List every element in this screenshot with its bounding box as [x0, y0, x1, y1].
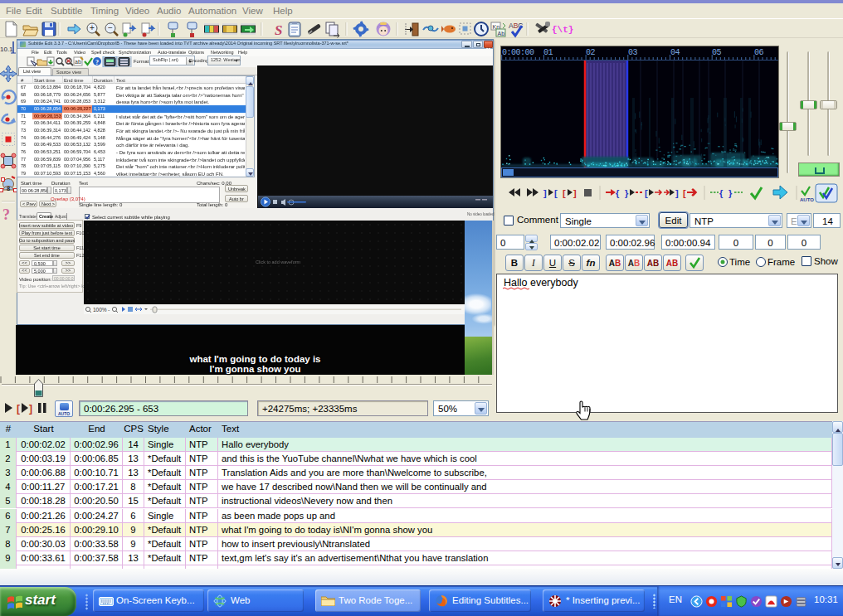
svg-text:]: ] — [573, 188, 577, 198]
svg-text:06: 06 — [754, 48, 764, 57]
svg-text:S: S — [275, 22, 282, 38]
svg-text:+: + — [90, 23, 95, 32]
svg-text:0:00:00: 0:00:00 — [502, 48, 534, 57]
svg-text:8: 8 — [7, 185, 10, 192]
svg-text:{: { — [616, 188, 620, 198]
svg-text:01: 01 — [543, 48, 553, 57]
svg-text:10.1: 10.1 — [0, 46, 13, 53]
svg-text:03: 03 — [628, 48, 638, 57]
svg-text:{: { — [719, 188, 724, 198]
svg-text:?: ? — [2, 206, 10, 223]
svg-text:[: [ — [645, 188, 648, 198]
svg-text:-: - — [108, 307, 110, 313]
svg-text:}: } — [625, 188, 629, 198]
svg-text:ab: ab — [75, 59, 81, 65]
svg-text:Kn: Kn — [493, 24, 500, 30]
svg-text:]: ] — [543, 188, 547, 198]
svg-text:{\t}: {\t} — [552, 25, 573, 35]
svg-text:}: } — [728, 188, 733, 198]
svg-text:05: 05 — [712, 48, 722, 57]
svg-text:]: ] — [675, 188, 679, 198]
svg-text:02: 02 — [586, 48, 596, 57]
svg-text:[: [ — [683, 188, 686, 198]
svg-text:]: ] — [29, 403, 32, 415]
svg-text:?: ? — [95, 59, 99, 66]
svg-text:Ab: Ab — [498, 31, 505, 36]
svg-text:[: [ — [563, 188, 566, 198]
svg-text:[: [ — [17, 403, 20, 415]
svg-text:−: − — [108, 23, 113, 32]
svg-text:100%: 100% — [93, 307, 107, 313]
svg-text:AUTO: AUTO — [800, 197, 814, 202]
svg-text:[: [ — [554, 188, 558, 198]
svg-text:04: 04 — [670, 48, 680, 57]
